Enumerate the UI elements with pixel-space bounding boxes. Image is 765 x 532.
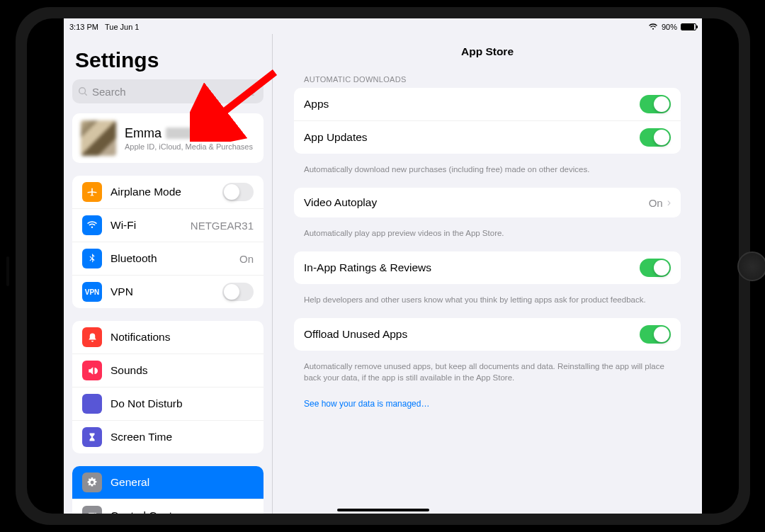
apps-row: Apps — [294, 88, 681, 120]
row-label: Notifications — [110, 331, 254, 344]
sidebar-item-do-not-disturb[interactable]: Do Not Disturb — [72, 387, 264, 420]
app-updates-row: App Updates — [294, 120, 681, 154]
apps-toggle[interactable] — [640, 95, 671, 113]
chevron-right-icon: › — [667, 196, 671, 209]
svg-rect-2 — [251, 87, 254, 92]
side-button — [6, 256, 9, 286]
speaker-icon — [82, 361, 102, 380]
autoplay-footer: Automatically play app preview videos in… — [294, 223, 681, 251]
sidebar-item-wi-fi[interactable]: Wi-FiNETGEAR31 — [72, 208, 264, 242]
wifi-icon — [82, 215, 102, 235]
notifications-group: NotificationsSoundsDo Not DisturbScreen … — [72, 321, 264, 453]
home-button[interactable] — [737, 251, 765, 281]
user-first-name: Emma — [125, 126, 162, 141]
sidebar-item-vpn[interactable]: VPNVPN — [72, 275, 264, 308]
sidebar-item-bluetooth[interactable]: BluetoothOn — [72, 242, 264, 275]
row-label: Wi-Fi — [110, 219, 191, 232]
status-date: Tue Jun 1 — [105, 23, 140, 31]
bell-icon — [82, 327, 102, 347]
offload-row: Offload Unused Apps — [294, 318, 681, 351]
apps-label: Apps — [304, 98, 640, 111]
offload-toggle[interactable] — [640, 325, 671, 344]
offload-label: Offload Unused Apps — [304, 328, 640, 341]
gear-icon — [82, 472, 102, 492]
ratings-row: In-App Ratings & Reviews — [294, 251, 681, 284]
general-group: GeneralControl CenterAADisplay & Brightn… — [72, 466, 264, 514]
battery-pct: 90% — [662, 23, 677, 31]
connectivity-group: Airplane ModeWi-FiNETGEAR31BluetoothOnVP… — [72, 176, 264, 308]
sidebar-item-control-center[interactable]: Control Center — [72, 499, 264, 514]
settings-title: Settings — [72, 34, 264, 79]
ratings-label: In-App Ratings & Reviews — [304, 261, 640, 274]
ratings-toggle[interactable] — [640, 259, 671, 277]
sidebar-item-airplane-mode[interactable]: Airplane Mode — [72, 176, 264, 208]
apple-id-subtitle: Apple ID, iCloud, Media & Purchases — [125, 142, 255, 151]
detail-pane[interactable]: App Store AUTOMATIC DOWNLOADS Apps App U… — [273, 34, 702, 514]
row-value: On — [239, 253, 254, 265]
video-autoplay-label: Video Autoplay — [304, 196, 649, 209]
row-label: Do Not Disturb — [110, 397, 254, 410]
section-header-auto-downloads: AUTOMATIC DOWNLOADS — [294, 75, 681, 88]
microphone-icon[interactable] — [248, 86, 258, 96]
data-managed-link[interactable]: See how your data is managed… — [294, 396, 681, 412]
status-bar: 3:13 PM Tue Jun 1 90% — [64, 18, 702, 34]
svg-rect-3 — [88, 513, 96, 514]
apple-id-row[interactable]: Emma Apple ID, iCloud, Media & Purchases — [72, 113, 264, 163]
bluetooth-icon — [82, 249, 102, 268]
vpn-icon: VPN — [82, 282, 102, 302]
row-label: General — [110, 476, 254, 489]
row-value: NETGEAR31 — [191, 220, 254, 232]
battery-icon — [681, 23, 696, 30]
search-input[interactable]: Search — [72, 79, 264, 103]
bezel: 3:13 PM Tue Jun 1 90% Settings Search — [27, 18, 739, 514]
moon-icon — [82, 394, 102, 414]
user-avatar — [81, 120, 116, 156]
app-updates-toggle[interactable] — [640, 128, 671, 147]
toggle[interactable] — [222, 183, 254, 201]
detail-title: App Store — [294, 34, 681, 75]
toggle[interactable] — [222, 283, 254, 301]
settings-sidebar[interactable]: Settings Search Emma — [64, 34, 273, 514]
video-autoplay-value: On — [649, 197, 663, 209]
row-label: Control Center — [110, 509, 254, 514]
row-label: VPN — [110, 285, 222, 298]
ipad-frame: 3:13 PM Tue Jun 1 90% Settings Search — [16, 7, 750, 525]
airplane-icon — [82, 182, 102, 202]
sidebar-item-sounds[interactable]: Sounds — [72, 353, 264, 387]
sidebar-item-general[interactable]: General — [72, 466, 264, 499]
ratings-footer: Help developers and other users know wha… — [294, 290, 681, 318]
video-autoplay-row[interactable]: Video Autoplay On › — [294, 188, 681, 217]
search-placeholder: Search — [92, 86, 248, 98]
app-updates-label: App Updates — [304, 131, 640, 144]
switches-icon — [82, 506, 102, 514]
offload-footer: Automatically remove unused apps, but ke… — [294, 356, 681, 396]
svg-line-1 — [85, 94, 87, 96]
apple-id-group: Emma Apple ID, iCloud, Media & Purchases — [72, 113, 264, 163]
sidebar-item-screen-time[interactable]: Screen Time — [72, 420, 264, 453]
row-label: Screen Time — [110, 431, 254, 443]
screen: 3:13 PM Tue Jun 1 90% Settings Search — [64, 18, 702, 514]
home-indicator[interactable] — [337, 509, 429, 511]
sidebar-item-notifications[interactable]: Notifications — [72, 321, 264, 353]
row-label: Airplane Mode — [110, 186, 222, 198]
hourglass-icon — [82, 427, 102, 447]
row-label: Bluetooth — [110, 252, 239, 265]
wifi-icon — [648, 23, 658, 30]
user-last-name-redacted — [166, 128, 207, 139]
search-icon — [78, 86, 88, 96]
row-label: Sounds — [110, 364, 254, 377]
status-time: 3:13 PM — [69, 23, 98, 31]
auto-downloads-footer: Automatically download new purchases (in… — [294, 159, 681, 188]
